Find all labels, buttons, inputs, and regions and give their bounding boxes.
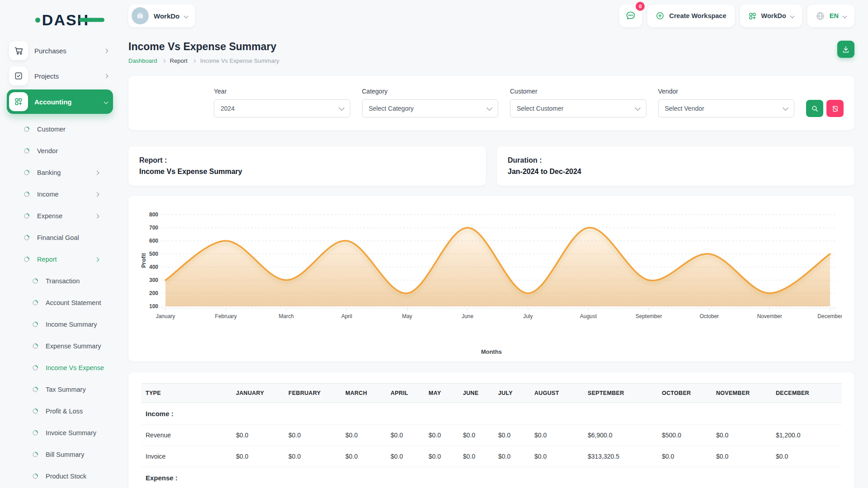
svg-text:400: 400 — [149, 264, 158, 270]
workspace-avatar — [132, 7, 149, 24]
column-header-april: APRIL — [386, 384, 424, 403]
sidebar-item-invoice-summary[interactable]: Invoice Summary — [7, 422, 118, 444]
apply-filter-button[interactable] — [806, 100, 823, 117]
sidebar-item-banking[interactable]: Banking — [7, 162, 118, 183]
report-card-value: Income Vs Expense Summary — [139, 168, 475, 176]
chevron-right-icon — [95, 192, 99, 197]
customer-field: CustomerSelect Customer — [510, 88, 646, 117]
svg-text:200: 200 — [149, 290, 158, 296]
sidebar-item-label: Financial Goal — [29, 234, 118, 241]
year-select-wrap: 2024 — [214, 99, 350, 117]
sidebar-item-label: Bill Summary — [38, 451, 118, 458]
report-card-title: Report : — [139, 156, 475, 164]
sidebar-item-label: Income Summary — [38, 321, 118, 328]
reset-filter-button[interactable] — [826, 100, 844, 117]
sidebar-item-projects[interactable]: Projects — [7, 64, 113, 88]
year-select[interactable]: 2024 — [214, 99, 350, 117]
sidebar-item-label: Invoice Summary — [38, 429, 118, 436]
chevron-down-icon — [104, 99, 108, 104]
sidebar-item-bill-summary[interactable]: Bill Summary — [7, 444, 118, 465]
svg-text:June: June — [462, 313, 473, 319]
language-label: EN — [830, 12, 839, 19]
breadcrumb: Dashboard Report Income Vs Expense Summa… — [128, 57, 279, 64]
vendor-select[interactable]: Select Vendor — [658, 99, 795, 117]
category-field: CategorySelect Category — [362, 88, 499, 117]
messages-button[interactable]: 0 — [619, 5, 642, 27]
chevron-right-icon — [95, 214, 99, 218]
income-expense-area-chart: 100200300400500600700800JanuaryFebruaryM… — [139, 205, 844, 347]
sidebar-item-transaction[interactable]: Transaction — [7, 270, 118, 292]
year-label: Year — [214, 88, 350, 95]
section-row-expense: Expense : — [141, 467, 842, 488]
chart-x-axis-title: Months — [139, 348, 844, 355]
workspace-name: WorkDo — [154, 12, 179, 20]
table-header-row: TYPEJANUARYFEBRUARYMARCHAPRILMAYJUNEJULY… — [141, 384, 842, 403]
workdo-menu-button[interactable]: WorkDo — [740, 5, 802, 27]
table-row-revenue: Revenue$0.0$0.0$0.0$0.0$0.0$0.0$0.0$0.0$… — [141, 425, 842, 446]
apps-add-icon — [748, 12, 757, 20]
svg-text:100: 100 — [149, 303, 158, 310]
sidebar-item-accounting[interactable]: Accounting — [7, 89, 113, 114]
sidebar-item-income-summary[interactable]: Income Summary — [7, 314, 118, 335]
sidebar-item-income[interactable]: Income — [7, 183, 118, 205]
sidebar-item-purchases[interactable]: Purchases — [7, 39, 113, 62]
sidebar-item-account-statement[interactable]: Account Statement — [7, 292, 118, 314]
cart-icon — [9, 41, 28, 60]
topbar-actions: 0 Create Workspace WorkDo EN — [619, 5, 854, 27]
accounting-submenu: CustomerVendorBankingIncomeExpenseFinanc… — [7, 118, 118, 488]
customer-select[interactable]: Select Customer — [510, 99, 646, 117]
column-header-may: MAY — [424, 384, 458, 403]
sidebar: DASH Purchases Projects Accounting Custo… — [0, 0, 118, 488]
page-title: Income Vs Expense Summary — [128, 41, 279, 53]
sidebar-item-financial-goal[interactable]: Financial Goal — [7, 227, 118, 249]
messages-count-badge: 0 — [636, 2, 645, 11]
duration-summary-card: Duration : Jan-2024 to Dec-2024 — [497, 146, 854, 186]
chart-card: 100200300400500600700800JanuaryFebruaryM… — [128, 196, 854, 361]
chevron-right-icon — [104, 48, 108, 53]
sidebar-item-tax-summary[interactable]: Tax Summary — [7, 379, 118, 400]
table-row-invoice: Invoice$0.0$0.0$0.0$0.0$0.0$0.0$0.0$0.0$… — [141, 446, 842, 467]
language-selector[interactable]: EN — [807, 5, 854, 27]
column-header-january: JANUARY — [231, 384, 284, 403]
breadcrumb-dashboard[interactable]: Dashboard — [128, 57, 157, 64]
sidebar-item-profit-loss[interactable]: Profit & Loss — [7, 400, 118, 422]
globe-icon — [816, 11, 825, 21]
column-header-june: JUNE — [458, 384, 494, 403]
svg-text:500: 500 — [149, 251, 158, 257]
chevron-down-icon — [790, 14, 794, 18]
svg-text:Profit: Profit — [141, 253, 147, 267]
download-report-button[interactable] — [837, 41, 854, 58]
vendor-label: Vendor — [658, 88, 795, 95]
duration-card-value: Jan-2024 to Dec-2024 — [508, 168, 844, 176]
year-field: Year2024 — [214, 88, 350, 117]
sidebar-item-label: Product Stock — [38, 473, 118, 480]
sidebar-item-expense[interactable]: Expense — [7, 205, 118, 227]
main-area: WorkDo 0 Create Workspace WorkDo EN — [118, 0, 868, 488]
sidebar-item-income-vs-expense[interactable]: Income Vs Expense — [7, 357, 118, 379]
column-header-july: JULY — [494, 384, 530, 403]
svg-text:May: May — [402, 313, 412, 319]
logo-text: DASH — [42, 12, 89, 28]
svg-text:July: July — [523, 313, 533, 319]
logo-dot-icon — [35, 18, 40, 23]
sidebar-item-product-stock[interactable]: Product Stock — [7, 465, 118, 487]
area-chart-svg: 100200300400500600700800JanuaryFebruaryM… — [139, 205, 842, 346]
create-workspace-button[interactable]: Create Workspace — [647, 5, 734, 27]
workspace-switcher[interactable]: WorkDo — [128, 5, 195, 27]
sidebar-item-label: Expense Summary — [38, 343, 118, 350]
column-header-type: TYPE — [141, 384, 231, 403]
sidebar-item-label: Projects — [34, 72, 98, 80]
sidebar-item-vendor[interactable]: Vendor — [7, 140, 118, 162]
sidebar-item-report[interactable]: Report — [7, 249, 118, 270]
sidebar-item-expense-summary[interactable]: Expense Summary — [7, 335, 118, 357]
breadcrumb-report[interactable]: Report — [170, 57, 188, 64]
sidebar-menu: Purchases Projects Accounting — [7, 39, 118, 114]
dash-logo[interactable]: DASH — [7, 7, 118, 33]
vendor-field: VendorSelect Vendor — [658, 88, 795, 117]
sidebar-item-label: Account Statement — [38, 299, 118, 306]
sidebar-item-label: Profit & Loss — [38, 408, 118, 415]
sidebar-item-customer[interactable]: Customer — [7, 118, 118, 140]
logo-dash-bar — [79, 18, 104, 22]
category-select[interactable]: Select Category — [362, 99, 499, 117]
breadcrumb-separator-icon — [192, 59, 195, 62]
